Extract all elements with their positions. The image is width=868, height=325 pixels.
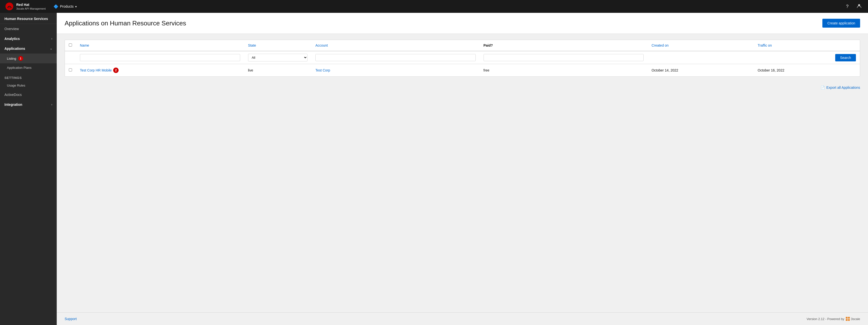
sidebar-applications-label: Applications — [4, 46, 25, 51]
row-account-cell: Test Corp — [311, 64, 479, 77]
paid-filter-input[interactable] — [484, 54, 644, 61]
user-icon — [857, 4, 861, 9]
nav-right: ? — [843, 2, 863, 10]
brand-text: Red Hat 3scale API Management — [16, 2, 45, 10]
account-column-link[interactable]: Account — [315, 43, 328, 47]
header-created-on: Created on — [648, 40, 753, 51]
row-state-cell: live — [244, 64, 311, 77]
row-traffic-cell: October 16, 2022 — [754, 64, 860, 77]
filter-paid-cell — [479, 51, 648, 64]
brand: Red Hat 3scale API Management — [5, 2, 45, 11]
support-label: Support — [65, 317, 77, 321]
export-row: 📄 Export all Applications — [57, 83, 868, 93]
sidebar-integration-label: Integration — [4, 103, 22, 106]
filter-checkbox-cell — [65, 51, 76, 64]
filter-account-cell — [311, 51, 479, 64]
applications-table-container: Name State Account Paid? Created on — [65, 40, 860, 77]
row-checkbox-cell — [65, 64, 76, 77]
help-button[interactable]: ? — [843, 2, 851, 10]
row-created-cell: October 14, 2022 — [648, 64, 753, 77]
header-traffic-on: Traffic on — [754, 40, 860, 51]
account-filter-input[interactable] — [315, 54, 476, 61]
state-filter-select[interactable]: All — [248, 54, 308, 61]
redhat-logo — [5, 2, 14, 11]
top-nav: Red Hat 3scale API Management 🔷 Products… — [0, 0, 868, 13]
name-filter-input[interactable] — [80, 54, 240, 61]
chevron-right-icon-integration: › — [51, 103, 52, 106]
svg-rect-3 — [848, 317, 850, 319]
svg-rect-4 — [846, 319, 847, 321]
sidebar-item-listing[interactable]: Listing 1 — [0, 54, 57, 63]
header-state: State — [244, 40, 311, 51]
sidebar-item-usage-rules[interactable]: Usage Rules — [0, 81, 57, 90]
brand-line2: 3scale API Management — [16, 7, 45, 10]
products-icon: 🔷 — [54, 4, 58, 9]
application-badge: 2 — [113, 68, 119, 73]
products-label: Products — [60, 4, 73, 8]
header-account: Account — [311, 40, 479, 51]
listing-badge: 1 — [18, 56, 23, 61]
products-button[interactable]: 🔷 Products — [52, 3, 79, 10]
svg-rect-5 — [848, 319, 850, 321]
export-icon: 📄 — [820, 86, 825, 90]
svg-rect-2 — [846, 317, 847, 319]
page-title: Applications on Human Resource Services — [65, 20, 186, 27]
header-paid: Paid? — [479, 40, 648, 51]
page-header: Applications on Human Resource Services … — [57, 13, 868, 34]
account-link[interactable]: Test Corp — [315, 68, 330, 72]
sidebar-item-overview[interactable]: Overview — [0, 24, 57, 34]
export-label: Export all Applications — [826, 86, 860, 90]
filter-search-cell: Search — [754, 51, 860, 64]
help-icon: ? — [846, 4, 848, 9]
scale-name: 3scale — [851, 317, 860, 321]
sidebar-item-integration[interactable]: Integration › — [0, 100, 57, 109]
scale-logo: 3scale — [845, 317, 860, 321]
footer: Support Version 2.12 - Powered by 3scale — [57, 313, 868, 325]
nav-left: Red Hat 3scale API Management 🔷 Products — [5, 2, 79, 11]
export-all-link[interactable]: 📄 Export all Applications — [820, 86, 860, 90]
main-layout: Human Resource Services Overview Analyti… — [0, 13, 868, 325]
support-link[interactable]: Support — [65, 317, 77, 321]
filter-row: All Search — [65, 51, 860, 64]
sidebar-item-activedocs[interactable]: ActiveDocs — [0, 90, 57, 100]
sidebar-overview-label: Overview — [4, 27, 52, 31]
filter-state-cell: All — [244, 51, 311, 64]
sidebar-item-applications[interactable]: Applications ⌄ — [0, 44, 57, 54]
sidebar-item-analytics[interactable]: Analytics › — [0, 34, 57, 44]
sidebar-item-application-plans[interactable]: Application Plans — [0, 63, 57, 72]
table-row: Test Corp HR Mobile 2 live Test Corp fre… — [65, 64, 860, 77]
sidebar-listing-label: Listing — [7, 57, 16, 60]
chevron-down-icon: ⌄ — [50, 47, 52, 50]
applications-table: Name State Account Paid? Created on — [65, 40, 860, 76]
sidebar: Human Resource Services Overview Analyti… — [0, 13, 57, 325]
footer-version-text: Version 2.12 - Powered by — [807, 317, 844, 321]
filter-created-cell — [648, 51, 753, 64]
select-all-checkbox[interactable] — [69, 43, 72, 46]
header-checkbox-col — [65, 40, 76, 51]
header-name: Name — [76, 40, 244, 51]
sidebar-service-name: Human Resource Services — [0, 13, 57, 24]
row-paid-cell: free — [479, 64, 648, 77]
created-on-column-link[interactable]: Created on — [651, 43, 669, 47]
row-name-cell: Test Corp HR Mobile 2 — [76, 64, 244, 77]
chevron-down-icon — [75, 4, 77, 8]
sidebar-analytics-label: Analytics — [4, 37, 20, 41]
table-header-row: Name State Account Paid? Created on — [65, 40, 860, 51]
footer-version: Version 2.12 - Powered by 3scale — [807, 317, 860, 321]
main-content: Applications on Human Resource Services … — [57, 13, 868, 325]
filter-name-cell — [76, 51, 244, 64]
brand-line1: Red Hat — [16, 2, 45, 7]
sidebar-app-plans-label: Application Plans — [7, 66, 32, 69]
user-button[interactable] — [855, 2, 863, 10]
state-column-link[interactable]: State — [248, 43, 256, 47]
row-checkbox[interactable] — [69, 68, 72, 71]
traffic-on-column-link[interactable]: Traffic on — [758, 43, 772, 47]
sidebar-settings-section: Settings — [0, 72, 57, 81]
sidebar-usage-rules-label: Usage Rules — [7, 84, 25, 87]
application-name: Test Corp HR Mobile — [80, 68, 112, 72]
search-button[interactable]: Search — [835, 54, 856, 61]
name-column-link[interactable]: Name — [80, 43, 89, 47]
chevron-right-icon: › — [51, 37, 52, 40]
create-application-button[interactable]: Create application — [823, 19, 860, 28]
application-link[interactable]: Test Corp HR Mobile 2 — [80, 68, 119, 73]
